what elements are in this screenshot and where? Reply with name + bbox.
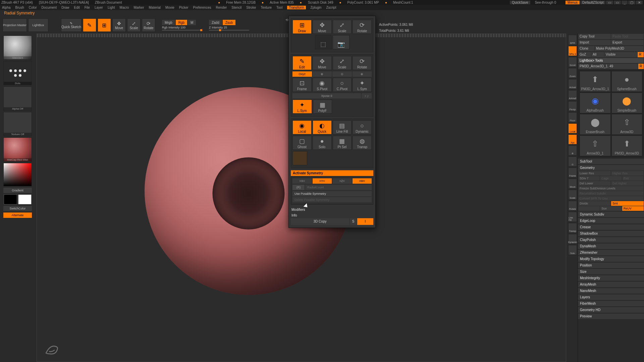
float-scale[interactable]: ⤢Scale	[333, 56, 352, 70]
lightbox-button[interactable]: LightBox	[28, 18, 48, 32]
win1-icon[interactable]: ▭	[606, 1, 613, 4]
export-button[interactable]: Export	[611, 40, 644, 45]
float-l-sym[interactable]: ✦L.Sym	[353, 78, 372, 92]
float-draw[interactable]: ⊞Draw	[292, 20, 312, 34]
section-nanomesh[interactable]: NanoMesh	[578, 288, 644, 294]
menu-movie[interactable]: Movie	[165, 6, 174, 9]
paste-tool-button[interactable]: Paste Tool	[611, 34, 644, 39]
section-arraymesh[interactable]: ArrayMesh	[578, 281, 644, 287]
section-layers[interactable]: Layers	[578, 294, 644, 300]
geom-del-higher[interactable]: Del Higher	[611, 181, 644, 186]
transform-popup[interactable]: ⟲ ⊞Draw✥Move⤢Scale⟳Rotate ⬚📷 ✎Edit✥Move⤢…	[288, 16, 376, 228]
tool-alphabrush[interactable]: ◉AlphaBrush	[580, 93, 611, 113]
section-meshintegrity[interactable]: MeshIntegrity	[578, 275, 644, 281]
section-size[interactable]: Size	[578, 268, 644, 275]
rstrip-dynamic[interactable]: Dynamic	[568, 234, 577, 244]
float-rotate[interactable]: ⟳Rotate	[353, 56, 372, 70]
rstrip-zoom[interactable]: Zoom	[568, 68, 577, 78]
alpha-thumb[interactable]: Alpha Off	[3, 86, 32, 111]
use-posable-symmetry-button[interactable]: Use Posable Symmetry	[292, 191, 372, 196]
float-local[interactable]: ◉Local	[292, 120, 312, 134]
rotate-button[interactable]: ⟳Rotate	[142, 18, 155, 32]
pill-[interactable]: ⊙	[332, 71, 352, 77]
section-modify-topology[interactable]: Modify Topology	[578, 256, 644, 262]
i-button[interactable]: I	[357, 218, 373, 225]
menu-file[interactable]: File	[85, 6, 90, 9]
menu-light[interactable]: Light	[108, 6, 115, 9]
menu-marker[interactable]: Marker	[133, 6, 144, 9]
tool-simplebrush[interactable]: ⬤SimpleBrush	[611, 93, 643, 113]
rstrip-transp[interactable]: Transp	[568, 223, 577, 233]
tool-pm3d_arrow3d_1[interactable]: ⬆PM3D_Arrow3D_1	[580, 71, 611, 92]
menu-material[interactable]: Material	[149, 6, 161, 9]
section-crease[interactable]: Crease	[578, 224, 644, 230]
pill-Oxyz[interactable]: Oxyz	[292, 71, 312, 77]
radial-count-slider[interactable]: RadialCount	[305, 185, 372, 190]
menu-stroke[interactable]: Stroke	[246, 6, 256, 9]
edit-button[interactable]: ✎	[83, 18, 96, 32]
rstrip-actual[interactable]: Actual	[568, 79, 577, 89]
menu-color[interactable]: Color	[29, 6, 37, 9]
section-dynamic-subdiv[interactable]: Dynamic Subdiv	[578, 211, 644, 217]
geom-rstr[interactable]: Rstr	[622, 176, 644, 181]
swatch-white[interactable]	[18, 194, 32, 204]
minimize-icon[interactable]: _	[622, 1, 628, 4]
rstrip-line-fill[interactable]: Line Fill	[568, 212, 577, 222]
menu-stencil[interactable]: Stencil	[231, 6, 241, 9]
geom-cage[interactable]: Cage	[600, 176, 622, 181]
section-geometry[interactable]: Geometry	[578, 165, 644, 171]
float-move[interactable]: ✥Move	[313, 20, 332, 34]
float-l-sym[interactable]: ✦L.Sym	[292, 100, 312, 114]
float-move[interactable]: ✥Move	[313, 56, 332, 70]
default-script[interactable]: DefaultZScript	[580, 1, 605, 4]
float-quick[interactable]: ◐Quick	[313, 120, 332, 134]
win2-icon[interactable]: ▭	[614, 1, 621, 4]
rstrip-rotate[interactable]: Rotate	[568, 201, 577, 211]
tool-pm3d_arrow3d[interactable]: ⬆PM3D_Arrow3D	[611, 135, 643, 156]
alternate-button[interactable]: Alternate	[3, 213, 32, 218]
tool-eraserbrush[interactable]: ⬤EraserBrush	[580, 114, 611, 135]
activate-symmetry-header[interactable]: Activate Symmetry	[291, 170, 373, 176]
menu-layer[interactable]: Layer	[95, 6, 103, 9]
draw-button[interactable]: ⊞	[98, 18, 111, 32]
maximize-icon[interactable]: ▢	[628, 1, 635, 4]
float-edit[interactable]: ✎Edit	[292, 56, 312, 70]
reload-icon[interactable]: ⟲	[285, 18, 288, 22]
rstrip-xyz[interactable]: Xyz	[568, 134, 577, 144]
rstrip-frame[interactable]: Frame	[568, 168, 577, 178]
menu-edit[interactable]: Edit	[74, 6, 80, 9]
float-frame[interactable]: ⊡Frame	[292, 78, 312, 92]
section-shadowbox[interactable]: ShadowBox	[578, 230, 644, 236]
xpose-slider[interactable]: Xpose 0	[292, 93, 361, 99]
geom-convert-bpr-to-geo[interactable]: Convert BPR To Geo	[578, 196, 644, 201]
section-subtool[interactable]: SubTool	[578, 158, 644, 164]
rstrip-move[interactable]: Move	[568, 179, 577, 189]
float-rotate[interactable]: ⟳Rotate	[353, 20, 372, 34]
sym-axis-M[interactable]: >M<	[353, 178, 372, 184]
rstrip-aahalf[interactable]: AAHalf	[568, 90, 577, 100]
geom-freeze-subdivision-levels[interactable]: Freeze SubDivision Levels	[578, 186, 644, 191]
swatch-black[interactable]	[4, 194, 17, 204]
menu-zplugin[interactable]: Zplugin	[311, 6, 322, 9]
rgb-intensity[interactable]: Rgb Intensity 100	[162, 26, 202, 29]
close-icon[interactable]: ✕	[636, 1, 643, 4]
float-polyf[interactable]: ▦PolyF	[313, 100, 332, 114]
geom-divide[interactable]: Divide	[578, 201, 611, 206]
clone-button[interactable]: Clone	[578, 46, 594, 51]
texture-thumb[interactable]: Texture Off	[3, 112, 32, 136]
rstrip--[interactable]: ⊕	[568, 145, 577, 156]
float-solo[interactable]: ●Solo	[313, 136, 332, 150]
sym-axis-Z[interactable]: >Z<	[332, 178, 352, 184]
copy-tool-button[interactable]: Copy Tool	[578, 34, 611, 39]
tool-arrow3d[interactable]: ⇧Arrow3D	[611, 114, 643, 135]
geom-smt[interactable]: Smt	[611, 201, 644, 206]
menu-texture[interactable]: Texture	[261, 6, 272, 9]
section-position[interactable]: Position	[578, 262, 644, 268]
menu-tool[interactable]: Tool	[276, 6, 282, 9]
import-button[interactable]: Import	[578, 40, 611, 45]
menu-preferences[interactable]: Preferences	[193, 6, 211, 9]
float-ghost[interactable]: ▢Ghost	[292, 136, 312, 150]
tool-r-toggle[interactable]: R	[638, 64, 644, 69]
geom-lower-res[interactable]: Lower Res	[578, 171, 611, 176]
zadd-mode[interactable]: Zadd	[209, 20, 222, 25]
